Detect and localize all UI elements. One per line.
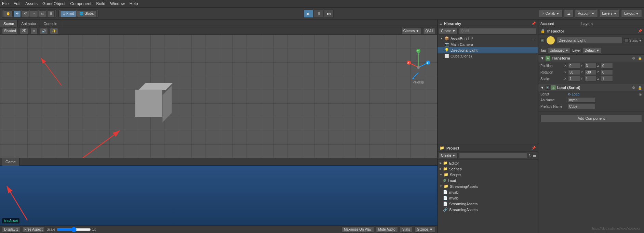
qall-btn[interactable]: Q*All xyxy=(423,28,435,34)
script-value-text[interactable]: Load xyxy=(572,92,579,96)
scale-x-input[interactable] xyxy=(568,76,580,81)
transform-tool-btn[interactable]: ⊞ xyxy=(47,10,55,17)
game-background[interactable]: basAsset xyxy=(0,166,437,225)
scale-tool-btn[interactable]: ↔ xyxy=(30,10,38,17)
account-btn[interactable]: Account ▼ xyxy=(575,10,598,17)
object-name-input[interactable] xyxy=(557,37,622,44)
rotation-x-input[interactable] xyxy=(568,69,580,75)
layers-btn[interactable]: Layers ▼ xyxy=(599,10,620,17)
audio-btn[interactable]: 🔊 xyxy=(40,28,48,34)
maximize-on-play-btn[interactable]: Maximize On Play xyxy=(341,226,374,233)
project-item-load[interactable]: ⚙ Load xyxy=(438,178,538,183)
scale-z-input[interactable] xyxy=(601,76,613,81)
global-btn[interactable]: 🌐 Global xyxy=(77,10,97,17)
layer-dropdown[interactable]: Default ▼ xyxy=(583,47,601,53)
transform-settings-btn[interactable]: ⚙ xyxy=(632,56,635,60)
project-item-editor[interactable]: ▶ 📁 Editor xyxy=(438,160,538,166)
stats-btn[interactable]: Stats xyxy=(400,226,413,233)
hand-tool-btn[interactable]: ✋ xyxy=(4,10,13,17)
cloud-btn[interactable]: ☁ xyxy=(564,10,574,17)
scale-y-input[interactable] xyxy=(585,76,596,81)
tab-console[interactable]: Console xyxy=(40,20,61,27)
project-item-streamingassets[interactable]: ▼ 📁 StreamingAssets xyxy=(438,183,538,189)
transform-header[interactable]: ▼ Transform ⚙ 🔒 xyxy=(538,55,644,62)
menu-help[interactable]: Help xyxy=(130,1,138,6)
game-gizmos-btn[interactable]: Gizmos ▼ xyxy=(414,226,435,233)
step-button[interactable]: ⏭ xyxy=(324,10,334,18)
effects-btn[interactable]: ✨ xyxy=(50,28,58,34)
move-tool-btn[interactable]: ✛ xyxy=(13,10,21,17)
scene-background[interactable]: Y X Z <Persp xyxy=(0,35,437,158)
transform-lock-btn[interactable]: 🔒 xyxy=(638,56,642,60)
menu-gameobject[interactable]: GameObject xyxy=(42,1,65,6)
hierarchy-assetbundle[interactable]: ▼ 📦 AssetBundle* — xyxy=(438,36,538,41)
abname-field-input[interactable] xyxy=(568,97,595,103)
hierarchy-pin-btn[interactable]: 📌 xyxy=(532,22,536,25)
tab-animator[interactable]: Animator xyxy=(18,20,40,27)
rotation-z-input[interactable] xyxy=(601,69,613,75)
static-checkbox[interactable] xyxy=(625,38,629,42)
aspect-dropdown[interactable]: Free Aspect xyxy=(22,226,44,233)
menu-component[interactable]: Component xyxy=(70,1,91,6)
display-dropdown[interactable]: Display 1 xyxy=(2,226,20,233)
assetbundle-collapse-btn[interactable]: — xyxy=(532,37,535,40)
inspector-layers-label[interactable]: Layers xyxy=(581,22,593,26)
collab-btn[interactable]: ✓ Collab ▼ xyxy=(539,10,563,17)
project-search[interactable] xyxy=(459,153,527,159)
menu-build[interactable]: Build xyxy=(96,1,105,6)
project-pin-btn[interactable]: 📌 xyxy=(532,146,536,150)
hierarchy-item-cube[interactable]: ⬜ Cube(Clone) xyxy=(438,53,538,59)
rotation-y-input[interactable] xyxy=(585,69,596,75)
inspector-lock-icon[interactable]: 🔒 xyxy=(540,29,545,33)
menu-file[interactable]: File xyxy=(2,1,9,6)
position-y-input[interactable] xyxy=(585,63,596,68)
hierarchy-item-maincamera[interactable]: 📷 Main Camera xyxy=(438,41,538,47)
load-script-active[interactable] xyxy=(546,86,550,90)
menu-assets[interactable]: Assets xyxy=(25,1,38,6)
axis-gizmo[interactable]: Y X Z <Persp xyxy=(406,47,430,81)
layout-btn[interactable]: Layout ▼ xyxy=(621,10,642,17)
load-script-header[interactable]: ▼ Load (Script) ⚙ 🔒 xyxy=(538,84,644,91)
load-script-lock-btn[interactable]: 🔒 xyxy=(638,86,642,90)
menu-window[interactable]: Window xyxy=(110,1,125,6)
inspector-account-label[interactable]: Account xyxy=(540,22,554,26)
2d-toggle[interactable]: 2D xyxy=(20,28,28,34)
project-refresh-icon[interactable]: ↻ xyxy=(528,153,532,158)
project-filter-icon[interactable]: ☰ xyxy=(533,153,536,158)
static-dropdown-icon[interactable]: ▼ xyxy=(639,39,642,42)
gizmos-btn[interactable]: Gizmos ▼ xyxy=(401,28,421,34)
inspector-pin-btn[interactable]: 📌 xyxy=(638,29,642,33)
position-z-input[interactable] xyxy=(601,63,613,68)
hierarchy-search[interactable] xyxy=(459,28,536,34)
shaded-dropdown[interactable]: Shaded xyxy=(2,28,18,34)
tag-dropdown[interactable]: Untagged ▼ xyxy=(548,47,570,53)
project-item-scenes[interactable]: ▶ 📁 Scenes xyxy=(438,166,538,172)
play-button[interactable]: ▶ xyxy=(304,10,313,18)
rot-z-axis: Z xyxy=(597,70,601,74)
scene-cube[interactable] xyxy=(130,83,167,120)
pivot-btn[interactable]: ⊙ Pivot xyxy=(60,10,76,17)
lights-btn[interactable]: ☀ xyxy=(30,28,38,34)
load-script-settings-btn[interactable]: ⚙ xyxy=(632,86,635,90)
prefabs-field-input[interactable] xyxy=(568,104,595,109)
position-x-input[interactable] xyxy=(568,63,580,68)
scale-slider[interactable] xyxy=(57,227,91,232)
project-item-streaming-file1[interactable]: 📄 StreamingAssets xyxy=(438,201,538,207)
project-create-btn[interactable]: Create ▼ xyxy=(439,153,458,159)
project-item-myab1[interactable]: 📄 myab xyxy=(438,189,538,195)
mute-audio-btn[interactable]: Mute Audio xyxy=(376,226,398,233)
hierarchy-item-dirlight[interactable]: 💡 Directional Light xyxy=(438,47,538,53)
project-item-scripts[interactable]: ▼ 📁 Scripts xyxy=(438,172,538,178)
project-item-myab2[interactable]: 📄 myab xyxy=(438,195,538,201)
tab-game[interactable]: Game xyxy=(2,158,19,166)
script-circle-btn[interactable]: ◉ xyxy=(639,92,642,96)
rect-tool-btn[interactable]: ▭ xyxy=(39,10,46,17)
add-component-button[interactable]: Add Component xyxy=(540,115,642,122)
menu-edit[interactable]: Edit xyxy=(13,1,21,6)
rotate-tool-btn[interactable]: ↺ xyxy=(22,10,29,17)
project-item-streaming-file2[interactable]: 🔗 StreamingAssets xyxy=(438,207,538,212)
pause-button[interactable]: ⏸ xyxy=(314,10,323,18)
tab-scene[interactable]: Scene xyxy=(0,20,18,27)
hierarchy-create-btn[interactable]: Create ▼ xyxy=(439,28,458,34)
object-active-checkbox[interactable] xyxy=(540,38,545,42)
